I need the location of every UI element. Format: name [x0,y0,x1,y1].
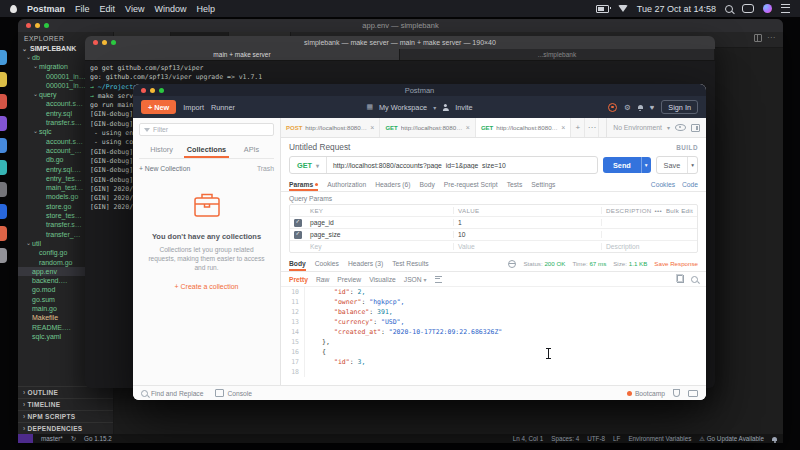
statusbar-item[interactable]: Spaces: 4 [551,435,579,442]
dock-app-icon[interactable] [0,226,7,241]
save-button[interactable]: Save [657,157,688,173]
close-tab-icon[interactable]: × [370,124,374,131]
menubar-menu-item[interactable]: Edit [100,4,116,14]
siri-icon[interactable] [763,4,772,13]
menubar-clock[interactable]: Tue 27 Oct at 14:58 [637,4,716,14]
sidebar-tab[interactable]: APIs [229,142,274,158]
param-value-cell[interactable]: 10 [454,231,602,238]
split-editor-icon[interactable] [754,34,762,42]
keyboard-shortcuts-icon[interactable] [688,390,698,397]
statusbar-item[interactable]: Go 1.15.2 [84,435,112,442]
menubar-app-name[interactable]: Postman [27,4,65,14]
explorer-section-header[interactable]: TIMELINE [18,398,113,410]
save-response-button[interactable]: Save Response [654,260,698,267]
param-key-cell[interactable]: Key [306,243,454,250]
search-response-icon[interactable] [691,276,698,283]
response-tab[interactable]: Test Results [392,256,428,271]
request-section-tab[interactable]: Settings [531,177,555,191]
more-actions-icon[interactable]: ⋯ [767,35,775,41]
wifi-icon[interactable] [618,5,628,12]
param-value-cell[interactable]: Value [454,243,602,250]
import-button[interactable]: Import [183,103,204,112]
response-tab[interactable]: Headers (3) [348,256,383,271]
response-view-tab[interactable]: Visualize [369,276,396,283]
find-and-replace-button[interactable]: Find and Replace [141,390,203,397]
new-button[interactable]: + New [141,100,176,114]
apple-menu-icon[interactable] [10,5,17,13]
close-tab-icon[interactable]: × [561,124,565,131]
request-section-tab[interactable]: Pre-request Script [444,177,498,191]
response-view-tab[interactable]: Preview [337,276,361,283]
terminal-tab[interactable]: ...simplebank [400,49,715,60]
control-center-icon[interactable] [742,4,754,13]
terminal-tab[interactable]: main + make server [85,49,400,60]
close-window-icon[interactable] [26,23,31,28]
explorer-section-header[interactable]: NPM SCRIPTS [18,410,113,422]
dock-app-icon[interactable] [0,138,7,153]
copy-response-icon[interactable] [677,275,684,283]
url-input[interactable]: http://localhost:8080/accounts?page_id=1… [327,162,512,169]
param-checkbox[interactable] [294,231,302,239]
battery-icon[interactable] [596,5,609,13]
network-status-icon[interactable] [508,260,516,268]
statusbar-item[interactable]: Environment Variables [628,435,691,442]
remote-indicator[interactable] [18,434,33,443]
request-tab[interactable]: POST http://localhost:8080/accou × [281,118,380,137]
request-tab[interactable]: GET http://localhost:8080/accounts × [476,118,571,137]
param-description-cell[interactable]: Description [602,243,697,250]
menubar-menu-item[interactable]: Window [154,4,186,14]
save-options-caret[interactable]: ▾ [687,157,697,173]
notification-center-icon[interactable] [781,4,790,13]
dock-app-icon[interactable] [0,204,7,219]
request-section-tab[interactable]: Authorization [327,177,366,191]
sync-status-icon[interactable] [608,103,617,112]
more-tabs-icon[interactable]: ⋯ [585,118,599,137]
minimize-window-icon[interactable] [35,23,40,28]
param-key-cell[interactable]: page_id [306,219,454,226]
close-tab-icon[interactable]: × [466,124,470,131]
send-button[interactable]: Send [603,157,641,173]
param-key-cell[interactable]: page_size [306,231,454,238]
statusbar-item[interactable]: UTF-8 [587,435,605,442]
zoom-window-icon[interactable] [44,23,49,28]
workspace-name[interactable]: My Workspace [379,103,427,112]
response-view-tab[interactable]: Raw [316,276,329,283]
sidebar-tab[interactable]: History [139,142,184,158]
notifications-bell-icon[interactable] [638,105,643,110]
heart-icon[interactable]: ♥ [650,104,654,111]
send-options-caret[interactable]: ▾ [641,157,651,173]
statusbar-item[interactable]: LF [613,435,620,442]
statusbar-item[interactable]: ⚠ Go Update Available [699,435,764,442]
dock-app-icon[interactable] [0,116,7,131]
request-section-tab[interactable]: Body [420,177,435,191]
sign-in-button[interactable]: Sign In [661,100,698,114]
environment-quick-look-icon[interactable] [675,124,686,131]
more-options-icon[interactable]: ••• [654,207,661,214]
response-tab[interactable]: Body [289,256,306,271]
code-link[interactable]: Code [682,181,698,188]
settings-gear-icon[interactable]: ⚙ [624,104,631,111]
spotlight-search-icon[interactable] [725,5,733,13]
zoom-window-icon[interactable] [111,40,116,45]
dock-app-icon[interactable] [0,72,7,87]
request-section-tab[interactable]: Headers (6) [375,177,410,191]
menubar-menu-item[interactable]: File [75,4,90,14]
runner-button[interactable]: Runner [211,103,235,112]
statusbar-item[interactable]: Ln 4, Col 1 [513,435,543,442]
response-view-tab[interactable]: Pretty [289,276,308,283]
close-window-icon[interactable] [141,88,146,93]
wrap-lines-icon[interactable] [435,276,442,283]
request-title[interactable]: Untitled Request [289,142,350,152]
bootcamp-button[interactable]: Bootcamp [627,390,665,397]
invite-button[interactable]: Invite [455,103,472,112]
response-tab[interactable]: Cookies [315,256,339,271]
dock-app-icon[interactable] [0,94,7,109]
request-tab[interactable]: GET http://localhost:8080/account × [380,118,475,137]
filter-input[interactable]: Filter [139,123,274,136]
dock-app-icon[interactable] [0,160,7,175]
create-collection-link[interactable]: + Create a collection [147,283,266,290]
bulk-edit-link[interactable]: Bulk Edit [666,207,693,214]
request-section-tab[interactable]: Params [289,177,318,191]
statusbar-item[interactable]: ↻ [71,435,76,442]
menubar-menu-item[interactable]: View [125,4,144,14]
